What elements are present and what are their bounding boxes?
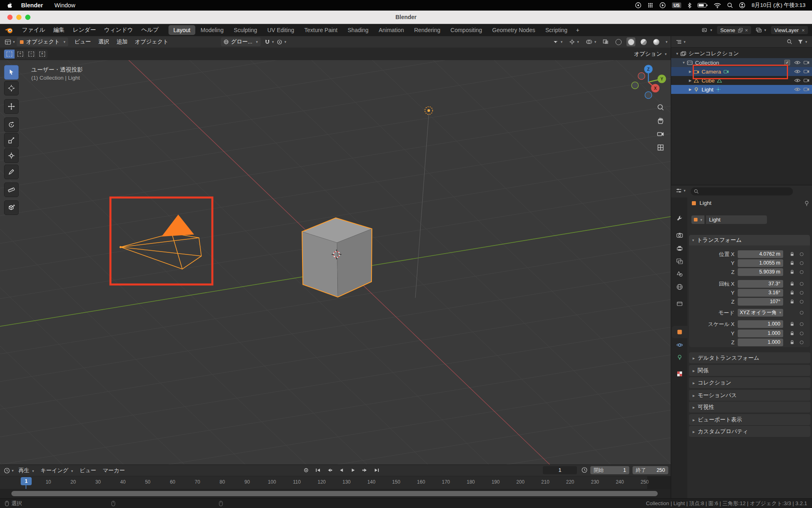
outliner-filter-icon[interactable]: ▾ <box>798 39 807 44</box>
collapsed-panel-6[interactable]: ▸カスタムプロパティ <box>689 426 810 437</box>
transform-orientation-dropdown[interactable]: グロー... ▾ <box>221 37 261 46</box>
disable-in-render-icon[interactable] <box>803 60 810 65</box>
wifi-icon[interactable] <box>714 3 721 8</box>
workspace-tab-shading[interactable]: Shading <box>343 25 373 35</box>
new-scene-icon[interactable] <box>738 28 742 32</box>
workspace-tab-compositing[interactable]: Compositing <box>446 25 487 35</box>
disclosure-icon[interactable]: ▶ <box>687 69 693 74</box>
move-tool[interactable] <box>4 99 19 114</box>
battery-icon[interactable] <box>698 3 708 8</box>
topbar-menu-4[interactable]: ヘルプ <box>137 25 163 34</box>
editor-type-icon[interactable]: ▾ <box>5 39 15 45</box>
rotate-tool[interactable] <box>4 117 19 132</box>
topbar-menu-1[interactable]: 編集 <box>49 25 69 34</box>
workspace-tab-modeling[interactable]: Modeling <box>196 25 229 35</box>
axis-x-negative[interactable] <box>638 73 645 80</box>
disclosure-icon[interactable]: ▼ <box>681 61 687 65</box>
options-dropdown[interactable]: オプション ▾ <box>634 50 667 58</box>
play-reverse-button[interactable] <box>337 466 346 474</box>
axis-z-negative[interactable] <box>645 92 652 99</box>
viewport-3d[interactable]: Z Y X ユーザー・透視投影 (1) <box>0 60 671 465</box>
viewport-menu-3[interactable]: オブジェクト <box>135 39 168 45</box>
disclosure-icon[interactable]: ▶ <box>687 78 693 82</box>
media-play-icon[interactable] <box>659 2 666 9</box>
apple-menu-icon[interactable] <box>6 2 12 9</box>
viewport-menu-0[interactable]: ビュー <box>74 39 91 45</box>
jump-to-end-button[interactable] <box>372 466 382 474</box>
outliner-search-icon[interactable] <box>787 39 792 44</box>
hide-in-viewport-icon[interactable] <box>794 69 801 74</box>
select-mode-extend-button[interactable]: + <box>15 50 26 59</box>
workspace-tab-geometry-nodes[interactable]: Geometry Nodes <box>487 25 540 35</box>
timeline-menu-0[interactable]: 再生 ▾ <box>15 466 37 475</box>
collapsed-panel-1[interactable]: ▸関係 <box>689 365 810 376</box>
viewlayer-selector[interactable]: ViewLayer × <box>771 26 808 34</box>
collapsed-panel-2[interactable]: ▸コレクション <box>689 377 810 388</box>
playhead[interactable]: 1 <box>21 477 32 485</box>
timeline-scrollbar-thumb[interactable] <box>11 491 658 496</box>
select-mode-new-button[interactable] <box>4 50 15 59</box>
input-source-badge[interactable]: US <box>672 2 681 8</box>
outliner-editor-icon[interactable]: ▾ <box>676 39 686 44</box>
workspace-tab-rendering[interactable]: Rendering <box>409 25 445 35</box>
annotate-tool[interactable] <box>4 165 19 179</box>
frame-end-field[interactable]: 終了 250 <box>633 466 668 474</box>
timeline-menu-2[interactable]: ビュー <box>76 466 99 475</box>
use-preview-range-icon[interactable] <box>581 467 587 473</box>
measure-tool[interactable] <box>4 182 19 197</box>
select-mode-subtract-button[interactable]: − <box>26 50 37 59</box>
current-frame-field[interactable]: 1 <box>543 466 577 474</box>
auto-key-record-button[interactable] <box>301 466 311 474</box>
topbar-menu-3[interactable]: ウィンドウ <box>100 25 137 34</box>
browse-viewlayer-icon[interactable]: ▾ <box>756 28 766 33</box>
object-type-visibility-icon[interactable]: ▾ <box>553 39 563 44</box>
disclosure-icon[interactable]: ▼ <box>674 52 680 56</box>
transform-tool[interactable] <box>4 148 19 163</box>
shading-dropdown-icon[interactable]: ▾ <box>665 40 667 44</box>
hide-in-viewport-icon[interactable] <box>794 78 801 82</box>
scene-selector[interactable]: Scene × <box>717 26 751 34</box>
shading-solid-button[interactable] <box>626 37 635 46</box>
proportional-editing-icon[interactable]: ▾ <box>277 39 286 45</box>
outliner-row-scene-collection[interactable]: ▼ シーンコレクション <box>671 49 812 58</box>
jump-to-start-button[interactable] <box>313 466 323 474</box>
cursor-tool[interactable] <box>4 81 19 96</box>
collapsed-panel-3[interactable]: ▸モーションパス <box>689 390 810 401</box>
workspace-tab-uv-editing[interactable]: UV Editing <box>262 25 299 35</box>
axis-y-negative[interactable] <box>632 82 639 89</box>
overlays-toggle-icon[interactable]: ▾ <box>586 39 596 44</box>
user-icon[interactable] <box>739 2 745 9</box>
hide-in-viewport-icon[interactable] <box>794 87 801 91</box>
hide-in-viewport-icon[interactable] <box>794 61 801 65</box>
select-mode-intersect-button[interactable]: × <box>37 50 48 59</box>
blender-logo-icon[interactable] <box>4 26 14 34</box>
prev-keyframe-button[interactable] <box>325 466 335 474</box>
gizmos-toggle-icon[interactable]: ▾ <box>569 39 579 45</box>
timeline-editor-icon[interactable]: ▾ <box>4 468 14 473</box>
browse-scene-icon[interactable]: ▾ <box>702 28 712 33</box>
topbar-menu-2[interactable]: レンダー <box>69 25 100 34</box>
next-keyframe-button[interactable] <box>360 466 370 474</box>
menubar-clock[interactable]: 8月10日 (水) 午後3:13 <box>752 2 806 9</box>
menubar-item-1[interactable]: Window <box>54 2 76 9</box>
viewport-menu-2[interactable]: 追加 <box>117 39 127 45</box>
spotlight-icon[interactable] <box>727 2 733 8</box>
launchpad-icon[interactable] <box>648 2 653 8</box>
viewport-scene[interactable]: Z Y X <box>0 60 671 465</box>
remove-viewlayer-icon[interactable]: × <box>801 27 805 33</box>
collapsed-panel-4[interactable]: ▸可視性 <box>689 402 810 412</box>
xray-toggle-icon[interactable] <box>603 39 609 44</box>
light-data-icon[interactable] <box>716 87 721 92</box>
disclosure-icon[interactable]: ▶ <box>687 87 693 91</box>
workspace-tab-sculpting[interactable]: Sculpting <box>229 25 262 35</box>
collapsed-panel-0[interactable]: ▸デルタトランスフォーム <box>689 352 810 363</box>
outliner-row-light[interactable]: ▶ Light <box>671 85 812 94</box>
add-cube-tool[interactable] <box>4 200 19 215</box>
scale-tool[interactable] <box>4 133 19 148</box>
snap-magnet-icon[interactable]: ▾ <box>265 39 274 45</box>
timeline-ruler[interactable]: 1020304050607080901001101201301401501601… <box>0 476 671 489</box>
disable-in-render-icon[interactable] <box>803 87 810 91</box>
collapsed-panel-5[interactable]: ▸ビューポート表示 <box>689 414 810 425</box>
timeline-scrollbar[interactable] <box>0 489 671 499</box>
workspace-tab--[interactable]: + <box>573 25 583 35</box>
